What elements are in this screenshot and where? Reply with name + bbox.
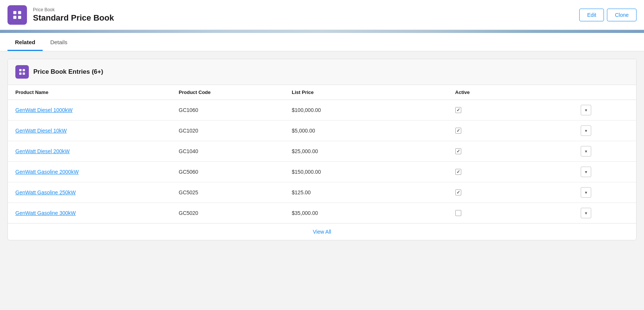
page-header: Price Book Standard Price Book Edit Clon…: [0, 0, 644, 30]
view-all-link[interactable]: View All: [313, 229, 331, 235]
product-code: GC5060: [171, 162, 284, 182]
svg-rect-7: [23, 73, 25, 75]
col-header-product-name: Product Name: [8, 85, 171, 100]
active-cell: [448, 203, 574, 224]
row-dropdown-button[interactable]: [581, 146, 591, 156]
list-price: $125.00: [284, 182, 447, 203]
table-row: GenWatt Gasoline 2000kWGC5060$150,000.00: [8, 162, 636, 182]
list-price: $100,000.00: [284, 100, 447, 121]
active-checkbox: [455, 107, 461, 113]
card-header: Price Book Entries (6+): [8, 59, 636, 85]
product-code: GC5020: [171, 203, 284, 224]
active-cell: [448, 162, 574, 182]
table-row: GenWatt Diesel 200kWGC1040$25,000.00: [8, 141, 636, 162]
table-row: GenWatt Diesel 1000kWGC1060$100,000.00: [8, 100, 636, 121]
active-cell: [448, 100, 574, 121]
row-action-cell: [573, 100, 636, 121]
row-dropdown-button[interactable]: [581, 125, 591, 136]
product-name-link[interactable]: GenWatt Diesel 10kW: [15, 128, 67, 134]
active-checkbox: [455, 169, 461, 175]
view-all-row: View All: [8, 224, 636, 240]
tab-details[interactable]: Details: [43, 33, 75, 51]
clone-button[interactable]: Clone: [607, 9, 637, 21]
list-price: $5,000.00: [284, 121, 447, 141]
product-code: GC1060: [171, 100, 284, 121]
price-book-header-icon: [7, 5, 27, 25]
active-checkbox: [455, 128, 461, 134]
tabs-bar: Related Details: [0, 33, 644, 51]
tab-related[interactable]: Related: [7, 33, 43, 51]
edit-button[interactable]: Edit: [579, 9, 604, 21]
price-book-entries-card: Price Book Entries (6+) Product Name Pro…: [7, 59, 637, 240]
row-dropdown-button[interactable]: [581, 105, 591, 115]
row-dropdown-button[interactable]: [581, 167, 591, 177]
active-checkbox: [455, 148, 461, 154]
row-action-cell: [573, 141, 636, 162]
list-price: $35,000.00: [284, 203, 447, 224]
col-header-active: Active: [448, 85, 574, 100]
svg-rect-1: [18, 11, 21, 14]
active-checkbox: [455, 189, 461, 195]
list-price: $25,000.00: [284, 141, 447, 162]
card-icon: [15, 65, 29, 79]
col-header-action: [573, 85, 636, 100]
product-code: GC1020: [171, 121, 284, 141]
row-action-cell: [573, 203, 636, 224]
col-header-list-price: List Price: [284, 85, 447, 100]
row-action-cell: [573, 162, 636, 182]
card-title: Price Book Entries (6+): [33, 68, 103, 76]
header-text: Price Book Standard Price Book: [33, 7, 114, 23]
svg-rect-2: [13, 16, 16, 19]
product-code: GC1040: [171, 141, 284, 162]
product-code: GC5025: [171, 182, 284, 203]
product-name-link[interactable]: GenWatt Gasoline 250kW: [15, 189, 76, 195]
header-stripe: [0, 30, 644, 33]
active-checkbox: [455, 210, 461, 216]
row-dropdown-button[interactable]: [581, 208, 591, 218]
table-row: GenWatt Gasoline 250kWGC5025$125.00: [8, 182, 636, 203]
row-action-cell: [573, 121, 636, 141]
svg-rect-5: [23, 69, 25, 72]
active-cell: [448, 141, 574, 162]
entries-table: Product Name Product Code List Price Act…: [8, 85, 636, 240]
header-left: Price Book Standard Price Book: [7, 5, 114, 25]
header-subtitle: Price Book: [33, 7, 114, 12]
main-content: Price Book Entries (6+) Product Name Pro…: [0, 51, 644, 248]
active-cell: [448, 121, 574, 141]
table-row: GenWatt Diesel 10kWGC1020$5,000.00: [8, 121, 636, 141]
row-action-cell: [573, 182, 636, 203]
row-dropdown-button[interactable]: [581, 187, 591, 198]
table-row: GenWatt Gasoline 300kWGC5020$35,000.00: [8, 203, 636, 224]
product-name-link[interactable]: GenWatt Gasoline 2000kW: [15, 169, 79, 175]
product-name-link[interactable]: GenWatt Diesel 1000kW: [15, 107, 73, 113]
col-header-product-code: Product Code: [171, 85, 284, 100]
header-actions: Edit Clone: [579, 9, 637, 21]
header-title: Standard Price Book: [33, 13, 114, 23]
list-price: $150,000.00: [284, 162, 447, 182]
svg-rect-4: [19, 69, 22, 72]
product-name-link[interactable]: GenWatt Diesel 200kW: [15, 148, 70, 154]
svg-rect-0: [13, 11, 16, 14]
active-cell: [448, 182, 574, 203]
svg-rect-6: [19, 73, 22, 75]
product-name-link[interactable]: GenWatt Gasoline 300kW: [15, 210, 76, 216]
table-header-row: Product Name Product Code List Price Act…: [8, 85, 636, 100]
svg-rect-3: [18, 16, 21, 19]
